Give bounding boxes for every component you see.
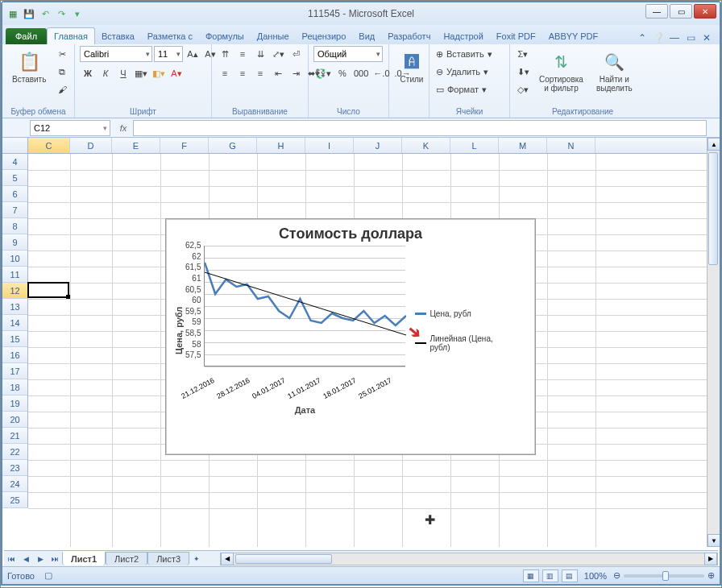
file-tab[interactable]: Файл (6, 28, 47, 44)
scroll-up-button[interactable]: ▲ (707, 138, 720, 151)
font-name-combo[interactable]: Calibri (80, 46, 152, 62)
row-header[interactable]: 8 (2, 218, 28, 234)
page-break-view-button[interactable]: ▤ (562, 569, 578, 582)
zoom-level[interactable]: 100% (584, 571, 607, 581)
sheet-prev-button[interactable]: ◀ (19, 552, 33, 566)
qat-more-icon[interactable]: ▾ (70, 6, 85, 21)
align-right-button[interactable]: ≡ (252, 65, 268, 81)
row-header[interactable]: 11 (2, 267, 28, 283)
row-header[interactable]: 23 (2, 460, 28, 476)
insert-cells-button[interactable]: ⊕Вставить▾ (434, 46, 507, 62)
save-icon[interactable]: 💾 (22, 6, 36, 21)
tab-developer[interactable]: Разработч (381, 28, 437, 44)
tab-formulas[interactable]: Формулы (199, 28, 251, 44)
scroll-down-button[interactable]: ▼ (707, 534, 720, 547)
row-header[interactable]: 4 (2, 154, 28, 170)
undo-icon[interactable]: ↶ (38, 6, 52, 21)
autosum-button[interactable]: Σ▾ (515, 46, 531, 62)
comma-button[interactable]: 000 (352, 65, 370, 81)
align-left-button[interactable]: ≡ (217, 65, 233, 81)
close-button[interactable]: ✕ (694, 4, 716, 19)
wrap-text-button[interactable]: ⏎ (288, 46, 304, 62)
row-header[interactable]: 17 (2, 363, 28, 379)
sheet-last-button[interactable]: ⏭ (48, 552, 62, 566)
column-header[interactable]: N (547, 138, 595, 153)
macro-record-icon[interactable]: ▢ (44, 570, 52, 581)
column-header[interactable]: J (354, 138, 402, 153)
zoom-out-button[interactable]: ⊖ (613, 570, 620, 581)
currency-button[interactable]: 💱▾ (313, 65, 333, 81)
format-painter-button[interactable]: 🖌 (54, 81, 70, 97)
row-header[interactable]: 16 (2, 347, 28, 363)
tab-addins[interactable]: Надстрой (437, 28, 489, 44)
help-icon[interactable]: ❔ (652, 31, 665, 44)
indent-inc-button[interactable]: ⇥ (288, 65, 304, 81)
row-header[interactable]: 9 (2, 234, 28, 251)
fill-color-button[interactable]: ◧▾ (151, 65, 167, 81)
fx-icon[interactable]: fx (114, 123, 133, 133)
sheet-next-button[interactable]: ▶ (33, 552, 48, 566)
styles-button[interactable]: 🅰 Стили (394, 46, 429, 87)
row-header[interactable]: 15 (2, 331, 28, 347)
clear-button[interactable]: ◇▾ (515, 81, 531, 97)
worksheet-grid[interactable]: CDEFGHIJKLMN 456789101112131415161718192… (2, 138, 720, 547)
percent-button[interactable]: % (334, 65, 351, 81)
normal-view-button[interactable]: ▦ (523, 569, 539, 582)
sheet-tab-2[interactable]: Лист2 (106, 552, 147, 565)
delete-cells-button[interactable]: ⊖Удалить▾ (434, 64, 507, 80)
tab-review[interactable]: Рецензиро (296, 28, 353, 44)
inc-decimal-button[interactable]: ←.0 (371, 65, 391, 81)
horizontal-scrollbar[interactable]: ◀ ▶ (220, 553, 718, 565)
column-header[interactable]: M (499, 138, 547, 153)
tab-layout[interactable]: Разметка с (141, 28, 199, 44)
align-top-button[interactable]: ⇈ (217, 46, 233, 62)
column-header[interactable]: K (402, 138, 450, 153)
vertical-scrollbar[interactable]: ▲ ▼ (707, 138, 720, 547)
column-header[interactable]: L (450, 138, 499, 153)
sheet-tab-1[interactable]: Лист1 (62, 551, 106, 565)
row-header[interactable]: 10 (2, 251, 28, 267)
vertical-scroll-thumb[interactable] (708, 152, 718, 265)
row-header[interactable]: 20 (2, 412, 28, 428)
row-header[interactable]: 22 (2, 444, 28, 460)
align-center-button[interactable]: ≡ (234, 65, 251, 81)
copy-button[interactable]: ⧉ (54, 64, 70, 80)
tab-insert[interactable]: Вставка (95, 28, 141, 44)
name-box[interactable]: C12 (30, 120, 110, 136)
row-header[interactable]: 24 (2, 476, 28, 492)
underline-button[interactable]: Ч (115, 65, 131, 81)
tab-abbyy[interactable]: ABBYY PDF (542, 28, 605, 44)
row-header[interactable]: 5 (2, 170, 28, 186)
align-middle-button[interactable]: ≡ (234, 46, 251, 62)
tab-view[interactable]: Вид (352, 28, 381, 44)
tab-home[interactable]: Главная (47, 27, 95, 44)
row-header[interactable]: 25 (2, 492, 28, 508)
font-color-button[interactable]: A▾ (168, 65, 185, 81)
cut-button[interactable]: ✂ (54, 46, 70, 62)
orientation-button[interactable]: ⤢▾ (270, 46, 286, 62)
column-header[interactable]: I (305, 138, 354, 153)
italic-button[interactable]: К (98, 65, 114, 81)
indent-dec-button[interactable]: ⇤ (270, 65, 286, 81)
new-sheet-button[interactable]: ✦ (189, 552, 204, 566)
doc-close-icon[interactable]: ✕ (700, 31, 713, 44)
doc-restore-icon[interactable]: ▭ (684, 31, 697, 44)
row-header[interactable]: 21 (2, 428, 28, 444)
fill-button[interactable]: ⬇▾ (515, 64, 531, 80)
redo-icon[interactable]: ↷ (54, 6, 68, 21)
page-layout-view-button[interactable]: ▥ (542, 569, 558, 582)
chart-object[interactable]: Стоимость доллара Цена, рубл 62,56261,56… (165, 218, 536, 455)
maximize-button[interactable]: ▭ (670, 4, 692, 19)
tab-data[interactable]: Данные (251, 28, 296, 44)
scroll-left-button[interactable]: ◀ (221, 553, 234, 565)
font-size-combo[interactable]: 11 (154, 46, 183, 62)
row-header[interactable]: 7 (2, 202, 28, 218)
select-all-corner[interactable] (2, 138, 28, 154)
row-header[interactable]: 14 (2, 315, 28, 331)
paste-button[interactable]: 📋 Вставить (7, 46, 51, 87)
column-header[interactable]: H (257, 138, 305, 153)
bold-button[interactable]: Ж (80, 65, 96, 81)
column-header[interactable]: C (28, 138, 70, 153)
sort-filter-button[interactable]: ⇅ Сортировка и фильтр (534, 46, 588, 96)
doc-minimize-icon[interactable]: — (668, 31, 681, 44)
